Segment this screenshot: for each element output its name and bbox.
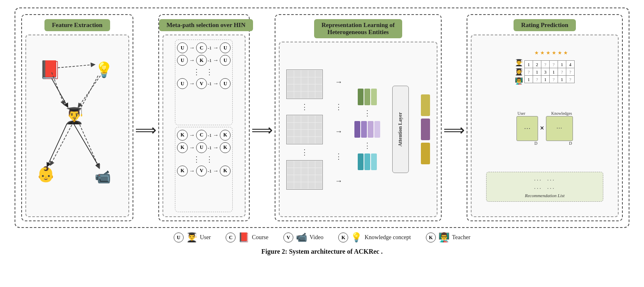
- legend-course: C 📕 Course: [226, 232, 268, 243]
- rt-cell-2-5: ?: [558, 68, 566, 76]
- video-icon: 📹: [95, 169, 111, 185]
- rl-arrow-2: →: [335, 127, 342, 136]
- rt-cell-3-5: 1: [558, 76, 566, 83]
- rp-user-matrix: ⋯: [516, 116, 538, 141]
- legend-row: U 👨‍🎓 User C 📕 Course V 📹 Video K 💡 Know…: [15, 228, 629, 245]
- vec-vdots2: ⋮: [364, 141, 371, 150]
- teacher-icon: 👨‍🎓: [64, 106, 84, 125]
- svg-line-5: [78, 76, 101, 107]
- mp-arrow-1: →: [189, 45, 195, 51]
- rt-cell-3-4: ?: [550, 76, 558, 83]
- rt-cell-2-2: 1: [533, 68, 541, 76]
- mp-arrow-3: →: [189, 57, 195, 64]
- legend-icon-knowledge: 💡: [351, 232, 362, 243]
- mp-row-5: K → U -1 → K: [177, 142, 231, 153]
- legend-circle-v: V: [283, 233, 293, 242]
- rp-panel: Rating Prediction ★ ★ ★ ★ ★ ★: [467, 14, 623, 221]
- mp-arrow-8: →: [213, 132, 219, 139]
- vec-cell-1b: [364, 89, 370, 105]
- rl-arrow-1: →: [335, 78, 342, 87]
- rec-dots-4: ...: [547, 184, 556, 191]
- mp-arrow-11: →: [189, 168, 195, 174]
- vec-cell-3b: [364, 153, 370, 170]
- legend-text-knowledge: Knowledge concept: [364, 234, 411, 241]
- user-icons-col: 👨‍🎓 👩‍🎓 👨‍🏫: [515, 59, 523, 85]
- legend-text-teacher: Teacher: [452, 234, 470, 241]
- mp-arrow-2: →: [213, 45, 219, 51]
- svg-line-0: [52, 79, 68, 107]
- figure-caption: Figure 2: System architecture of ACKRec …: [15, 248, 629, 255]
- matrix-3: [286, 160, 323, 190]
- rl-small-arrows: → ⋮ → ⋮ →: [335, 74, 342, 186]
- matrix-1: [286, 69, 323, 99]
- rl-inner: ⋮ ⋮: [279, 42, 438, 217]
- rt-cell-3-1: 1: [525, 76, 533, 83]
- mp-node-u6: U: [220, 78, 231, 89]
- legend-circle-c: C: [226, 233, 236, 242]
- rl-panel: Representation Learning ofHeterogeneous …: [275, 14, 442, 221]
- rt-cell-2-3: 3: [541, 68, 550, 76]
- mp-row-2: U → K -1 → U: [177, 55, 231, 66]
- mp-sup-2: -1: [208, 58, 211, 63]
- mp-node-u3: U: [177, 55, 188, 66]
- matrix-dots-2: ⋮: [301, 148, 308, 157]
- mp-node-c2: C: [196, 130, 207, 141]
- rp-stars: ★ ★ ★ ★ ★ ★: [534, 50, 568, 56]
- mp-sup-6: -1: [208, 168, 211, 173]
- star-3: ★: [546, 50, 551, 56]
- vec-3: [358, 153, 377, 170]
- vec-cell-2d: [374, 121, 380, 138]
- user-icon-3: 👨‍🏫: [515, 77, 523, 85]
- mp-node-k3: K: [177, 142, 188, 153]
- mp-arrow-6: →: [213, 80, 219, 87]
- mp-node-k6: K: [220, 166, 231, 176]
- rp-knowledges-label: Knowledges: [551, 111, 572, 116]
- rt-cell-1-6: 4: [566, 61, 575, 68]
- arrow-2: ⟹: [251, 12, 273, 223]
- rp-inner: ★ ★ ★ ★ ★ ★ 👨‍🎓 👩‍🎓 👨‍🏫: [471, 35, 619, 217]
- mp-dots-2: ⋮ ⋮: [177, 155, 231, 164]
- mp-row-6: K → V -1 → K: [177, 166, 231, 176]
- mp-arrow-12: →: [213, 168, 219, 174]
- metapath-panel: Meta-path selection over HIN U → C -1 → …: [158, 14, 250, 221]
- mp-node-c: C: [196, 42, 207, 53]
- legend-knowledge: K 💡 Knowledge concept: [338, 232, 411, 243]
- svg-line-7: [78, 121, 99, 168]
- mp-node-u2: U: [220, 42, 231, 53]
- svg-line-1: [47, 124, 67, 167]
- rec-dots-1: ...: [534, 176, 543, 182]
- mp-node-u4: U: [220, 55, 231, 66]
- rt-cell-1-1: 1: [525, 61, 533, 68]
- rp-rec-list: ... ... ... ... Recommendation List: [486, 172, 603, 202]
- star-6: ★: [563, 50, 568, 56]
- rating-table: 1 2 ? ? 1 4 ? 1 3 1: [524, 60, 575, 83]
- mp-dots-1: ⋮ ⋮: [177, 67, 231, 77]
- vec-cell-2a: [354, 121, 360, 138]
- fe-arrows-svg: 📕 💡 👨‍🎓 👶 📹: [26, 35, 128, 216]
- rt-cell-1-5: 1: [558, 61, 566, 68]
- mp-node-u1: U: [177, 42, 188, 53]
- rp-header: Rating Prediction: [514, 19, 575, 31]
- mp-node-k5: K: [177, 166, 188, 176]
- rp-user-matrix-wrap: User ⋯ D: [516, 111, 538, 146]
- fe-content: 📕 💡 👨‍🎓 👶 📹: [26, 35, 128, 216]
- mp-arrow-4: →: [213, 57, 219, 64]
- rl-arrow-3: →: [335, 177, 342, 186]
- mp-arrow-10: →: [213, 144, 219, 151]
- metapath-inner: U → C -1 → U U → K -1 → U: [162, 35, 246, 217]
- legend-circle-u: U: [174, 233, 184, 242]
- svg-line-2: [74, 124, 100, 168]
- rp-know-matrix: ⋯: [546, 116, 573, 141]
- legend-text-course: Course: [252, 234, 268, 241]
- feature-extraction-header: Feature Extraction: [44, 19, 110, 31]
- mp-arrow-7: →: [189, 132, 195, 139]
- mp-node-k1: K: [177, 130, 188, 141]
- rl-content: ⋮ ⋮: [280, 42, 437, 216]
- book-icon: 📕: [39, 59, 61, 80]
- mp-node-v2: V: [196, 166, 207, 176]
- vec-cell-1a: [358, 89, 364, 105]
- legend-teacher: K 👨‍🏫 Teacher: [426, 232, 470, 243]
- mp-node-u5: U: [177, 78, 188, 89]
- vec-1: [358, 89, 377, 105]
- mp-arrow-9: →: [189, 144, 195, 151]
